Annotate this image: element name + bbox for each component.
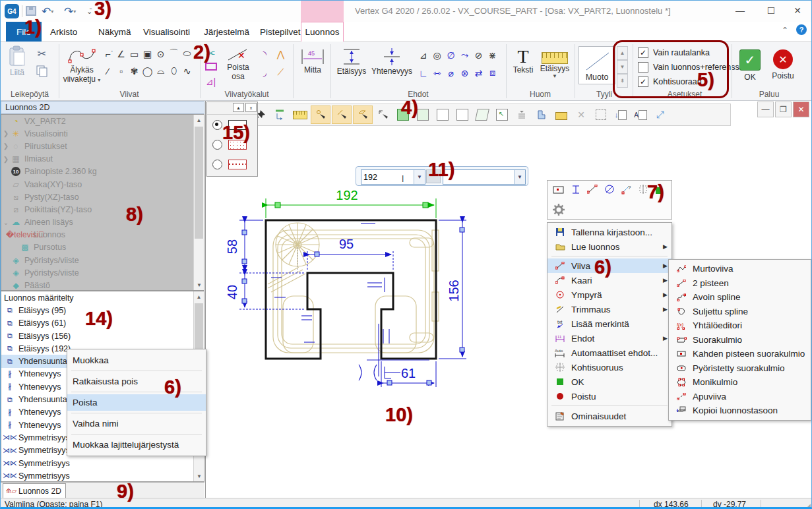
rectangle-icon[interactable]: ▭ <box>127 47 141 61</box>
rect-tool-icon[interactable] <box>553 185 565 196</box>
radius-icon[interactable]: ⌀ <box>444 66 458 80</box>
measure-button[interactable]: 45 Mitta <box>297 48 328 75</box>
grid-icon[interactable] <box>592 106 610 123</box>
select-body-icon[interactable]: ↖ <box>493 106 511 123</box>
maximize-button[interactable]: ☐ <box>758 1 784 20</box>
rounded-rectangle-icon[interactable]: ▣ <box>141 47 154 61</box>
tree-item[interactable]: ❯▦Ilmiasut <box>1 153 193 165</box>
undo-button[interactable]: ↶▾ <box>42 3 53 19</box>
panel-close-icon[interactable]: x <box>245 103 257 112</box>
menu-item-ehdot[interactable]: 11Ehdot▶ <box>547 331 671 345</box>
menu-item-kohtisuoruus[interactable]: Kohtisuoruus <box>547 360 671 374</box>
ellipse-icon[interactable]: ⬯ <box>167 64 181 78</box>
menu-item-automaattiset[interactable]: AutoAutomaattiset ehdot... <box>547 345 671 360</box>
tree-item[interactable]: ❯◌Piirustukset <box>1 140 193 152</box>
fillet-icon[interactable]: ◝ <box>258 47 272 61</box>
part-browser-icon[interactable] <box>532 106 551 123</box>
tree-item[interactable]: ❯☀Visualisointi <box>1 127 193 140</box>
menu-item-trimmaus[interactable]: Trimmaus▶ <box>547 302 671 316</box>
menu-item-ok[interactable]: OK <box>547 374 671 389</box>
snap-face-icon[interactable] <box>353 105 373 124</box>
tree-item-child[interactable]: �televisi⃫Luonnos <box>1 229 193 241</box>
paste-button[interactable]: Liitä <box>7 45 27 77</box>
menu-jarjestelma[interactable]: Järjestelmä <box>204 22 249 42</box>
app-logo[interactable]: G4 <box>5 4 19 18</box>
swap-view-icon[interactable]: ⤢ <box>651 106 670 123</box>
menu-nakyma[interactable]: Näkymä <box>98 22 131 42</box>
list-item[interactable]: ⋊⋉Symmetrisyys <box>1 469 193 482</box>
circle-center-icon[interactable]: ⊙ <box>154 47 168 61</box>
arc-icon[interactable]: ⌓ <box>154 64 168 78</box>
menu-arkisto[interactable]: Arkisto <box>50 22 77 42</box>
tree-item[interactable]: ⧅Pysty(XZ)-taso <box>1 191 193 203</box>
chamfer2-icon[interactable]: ⟋ <box>274 65 288 79</box>
save-icon[interactable] <box>26 6 36 16</box>
midpoint-icon[interactable]: ⧈ <box>485 66 499 80</box>
scrollbar-thumb[interactable] <box>195 127 203 239</box>
ok-button[interactable]: ✓ OK <box>737 49 763 82</box>
line-2point-icon[interactable]: ∕ <box>101 64 115 78</box>
expander-icon[interactable]: ❯ <box>1 156 11 163</box>
offset-rect-icon[interactable] <box>205 63 217 71</box>
parallel-icon[interactable]: ⇿ <box>430 66 444 80</box>
mdi-restore-button[interactable]: ❐ <box>775 102 792 117</box>
scroll-up-icon[interactable]: ▲ <box>194 291 204 302</box>
rect-2point-icon[interactable]: ▫ <box>114 64 128 78</box>
text-annotation-button[interactable]: T Teksti <box>510 48 536 75</box>
submenu-item-kahden-pisteen[interactable]: Kahden pisteen suorakulmio <box>669 347 811 361</box>
submenu-item-apuviiva[interactable]: Apuviiva <box>669 390 811 404</box>
symmetry-icon[interactable]: ⋇ <box>485 48 499 62</box>
minimize-button[interactable]: — <box>727 1 753 20</box>
copy-icon[interactable] <box>36 65 48 80</box>
mdi-minimize-button[interactable]: — <box>757 102 774 117</box>
menu-visualisointi[interactable]: Visualisointi <box>143 22 190 42</box>
collapse-icon[interactable]: ⌄ <box>1 219 11 226</box>
scroll-down-icon[interactable]: ▼ <box>194 471 204 481</box>
chamfer-icon[interactable]: ⋀ <box>274 47 288 61</box>
tree-item[interactable]: ◈Pyöristys/viiste <box>1 266 193 279</box>
mdi-close-button[interactable]: ✕ <box>793 102 809 117</box>
list-item[interactable]: ⋊⋉Symmetrisyys <box>1 457 193 469</box>
fillet2-icon[interactable]: ◞ <box>258 65 272 79</box>
menu-item-muokkaa[interactable]: Muokkaa <box>67 352 206 369</box>
tangent-icon[interactable]: ⤳ <box>458 48 472 62</box>
resize-grip[interactable]: ◢ <box>806 502 811 509</box>
flat-view-icon[interactable] <box>552 106 571 123</box>
angle-constraint-icon[interactable]: ⊿ <box>416 48 430 62</box>
scroll-up-icon[interactable]: ▲ <box>194 115 204 125</box>
equal-radius-icon[interactable]: ⊛ <box>458 66 472 80</box>
list-item[interactable]: ⧉Etäisyys (156) <box>1 330 193 342</box>
fix-icon[interactable]: ⊘ <box>472 48 485 62</box>
move-to-plane-icon[interactable]: ↓ <box>611 106 630 123</box>
dimension-annotation-button[interactable]: Etäisyys ▼ <box>538 48 572 79</box>
settings-gear-icon[interactable] <box>553 204 565 218</box>
submenu-item-monikulmio[interactable]: Monikulmio <box>669 375 811 390</box>
dimension-value-combo[interactable]: ꞁ ▼ <box>361 169 425 185</box>
tree-item[interactable]: ◈Pyöristys/viiste <box>1 254 193 266</box>
mirror-icon[interactable]: ⊿| <box>204 75 218 88</box>
distance-constraint-button[interactable]: Etäisyys <box>334 47 369 76</box>
submenu-item-kopioi[interactable]: Kopioi luonnostasoon <box>669 404 811 418</box>
menu-item-ominaisuudet[interactable]: Ominaisuudet <box>547 408 671 424</box>
snap-point-icon[interactable] <box>311 105 330 124</box>
submenu-item-pyoristetty[interactable]: Pyöristetty suorakulmio <box>669 361 811 376</box>
remove-segment-button[interactable]: ✕ Poista osa <box>222 47 254 81</box>
quick-access-customize-button[interactable]: ⌄̄ <box>86 3 92 19</box>
concentric-icon[interactable]: ◎ <box>430 48 444 62</box>
exit-button[interactable]: ✕ Poistu <box>767 49 799 80</box>
shape-style-button[interactable]: Muoto <box>578 46 615 84</box>
menu-item-poistu[interactable]: Poistu <box>547 389 671 404</box>
submenu-item-suljettu-spline[interactable]: Suljettu spline <box>669 305 811 319</box>
cut-icon[interactable]: ✂ <box>35 47 49 61</box>
tree-item[interactable]: ▱Vaaka(XY)-taso <box>1 178 193 191</box>
diameter-icon[interactable]: ∅ <box>444 48 458 62</box>
iso-view-icon[interactable] <box>473 106 491 123</box>
menu-pistepilvet[interactable]: Pistepilvet <box>260 22 301 42</box>
menu-item-lisaa-merkinta[interactable]: txtLisää merkintä <box>547 316 671 331</box>
menu-item-save-library[interactable]: Tallenna kirjastoon... <box>547 225 671 239</box>
query-tool-icon[interactable]: ? <box>621 184 632 197</box>
rotate-view-icon[interactable] <box>271 106 290 123</box>
menu-item-muokkaa-lajittelu[interactable]: Muokkaa lajittelujärjestystä <box>67 436 206 453</box>
menu-item-poista[interactable]: Poista <box>67 394 206 411</box>
expander-icon[interactable]: ❯ <box>1 142 11 150</box>
